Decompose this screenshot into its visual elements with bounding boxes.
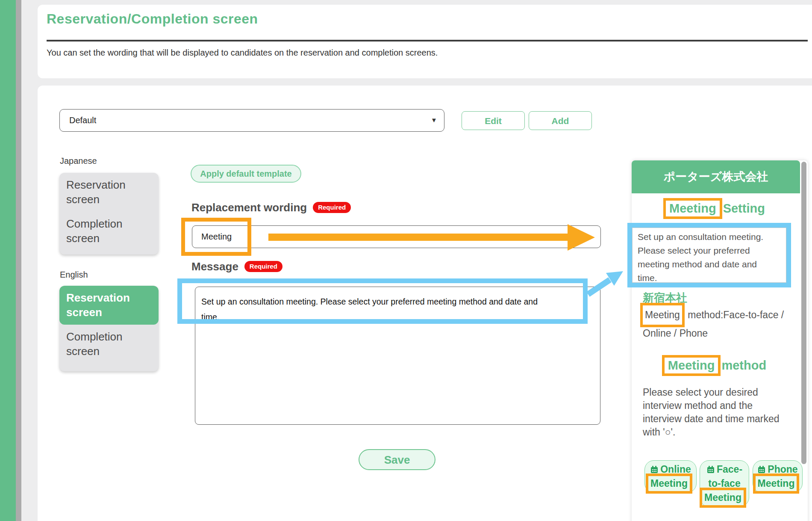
blue-highlight-box (177, 278, 588, 324)
page-description: You can set the wording that will be dis… (47, 48, 438, 58)
orange-highlight-box: Meeting (646, 474, 692, 494)
replacement-wording-heading: Replacement wordingRequired (191, 201, 351, 214)
preview-help-text: Please select your desired interview met… (643, 386, 797, 439)
required-badge: Required (244, 261, 282, 272)
edit-button[interactable]: Edit (462, 111, 525, 130)
save-button[interactable]: Save (359, 449, 435, 470)
orange-highlight-box: Meeting (700, 488, 746, 508)
orange-highlight-box (181, 218, 251, 256)
message-heading: MessageRequired (191, 260, 282, 273)
preview-message-text: Set up an consultation meeting. Please s… (632, 228, 786, 283)
english-nav: Reservation screen Completion screen (59, 286, 159, 371)
orange-highlight-box: Meeting (663, 198, 722, 219)
vertical-scrollbar[interactable] (16, 0, 21, 521)
preview-company-header: ポーターズ株式会社 (632, 160, 800, 193)
template-select[interactable]: Default (59, 109, 444, 132)
chevron-down-icon: ▼ (431, 116, 437, 124)
message-label: Message (191, 260, 238, 273)
calendar-icon (706, 465, 715, 474)
replacement-wording-label: Replacement wording (191, 201, 307, 214)
english-section-label: English (60, 270, 88, 280)
header-card: Reservation/Completion screen You can se… (38, 5, 812, 78)
page-title: Reservation/Completion screen (47, 11, 258, 27)
nav-item-jp-reservation-screen[interactable]: Reservation screen (59, 173, 159, 212)
online-meeting-button[interactable]: Online Meeting (644, 460, 697, 493)
required-badge: Required (313, 202, 351, 213)
japanese-nav: Reservation screen Completion screen (59, 173, 159, 255)
preview-meeting-setting-heading: MeetingSetting (632, 201, 800, 216)
face-to-face-meeting-button[interactable]: Face- to-face Meeting (700, 460, 749, 507)
page-root: Reservation/Completion screen You can se… (0, 0, 812, 521)
nav-item-jp-completion-screen[interactable]: Completion screen (59, 212, 159, 251)
method-heading-rest: method (721, 358, 766, 372)
preview-panel: ポーターズ株式会社 MeetingSetting Set up an consu… (632, 160, 808, 521)
apply-default-template-button[interactable]: Apply default template (191, 165, 301, 183)
phone-meeting-button[interactable]: Phone Meeting (753, 460, 803, 493)
nav-item-en-completion-screen[interactable]: Completion screen (59, 325, 159, 364)
japanese-section-label: Japanese (60, 156, 97, 166)
orange-arrow-annotation (268, 234, 568, 241)
sidebar-strip (0, 0, 16, 521)
add-button[interactable]: Add (529, 111, 592, 130)
calendar-icon (757, 465, 766, 474)
orange-highlight-box: Meeting (640, 303, 685, 327)
heading-rest: Setting (723, 201, 765, 215)
preview-meeting-method-heading: Meetingmethod (632, 358, 800, 373)
preview-method-line: Meeting method:Face-to-face / Online / P… (643, 306, 797, 343)
orange-arrow-head-icon (568, 224, 595, 251)
preview-scrollbar-thumb[interactable] (801, 162, 806, 464)
orange-highlight-box: Meeting (662, 355, 721, 376)
calendar-icon (650, 465, 659, 474)
nav-item-en-reservation-screen[interactable]: Reservation screen (59, 286, 159, 325)
blue-highlight-box: Set up an consultation meeting. Please s… (627, 223, 791, 287)
blue-arrow-annotation (585, 264, 627, 299)
button-line: Face- (717, 464, 742, 475)
orange-highlight-box: Meeting (753, 474, 800, 494)
title-divider (47, 40, 808, 41)
